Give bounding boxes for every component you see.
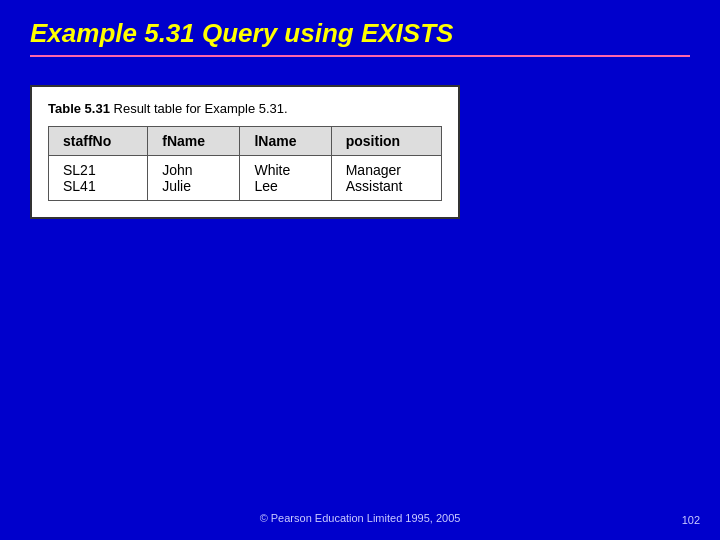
table-wrapper: Table 5.31 Result table for Example 5.31… xyxy=(30,85,460,219)
cell-fname-combined: JohnJulie xyxy=(148,156,240,201)
footer-text: © Pearson Education Limited 1995, 2005 xyxy=(260,512,461,524)
table-caption-bold: Table 5.31 xyxy=(48,101,110,116)
table-caption-normal: Result table for Example 5.31. xyxy=(110,101,288,116)
content-area: Table 5.31 Result table for Example 5.31… xyxy=(0,65,720,219)
col-position: position xyxy=(331,127,441,156)
col-lname: lName xyxy=(240,127,331,156)
table-body: SL21SL41 JohnJulie WhiteLee ManagerAssis… xyxy=(49,156,442,201)
title-area: Example 5.31 Query using EXISTS xyxy=(0,0,720,65)
cell-staffno-combined: SL21SL41 xyxy=(49,156,148,201)
header-row: staffNo fName lName position xyxy=(49,127,442,156)
slide-title: Example 5.31 Query using EXISTS xyxy=(30,18,690,49)
col-staffno: staffNo xyxy=(49,127,148,156)
title-underline xyxy=(30,55,690,57)
table-row: SL21SL41 JohnJulie WhiteLee ManagerAssis… xyxy=(49,156,442,201)
cell-lname-combined: WhiteLee xyxy=(240,156,331,201)
result-table: staffNo fName lName position SL21SL41 Jo… xyxy=(48,126,442,201)
col-fname: fName xyxy=(148,127,240,156)
slide: Example 5.31 Query using EXISTS Table 5.… xyxy=(0,0,720,540)
page-number: 102 xyxy=(682,514,700,526)
footer-area: © Pearson Education Limited 1995, 2005 xyxy=(0,508,720,526)
table-caption: Table 5.31 Result table for Example 5.31… xyxy=(48,101,442,116)
table-header: staffNo fName lName position xyxy=(49,127,442,156)
cell-position-combined: ManagerAssistant xyxy=(331,156,441,201)
